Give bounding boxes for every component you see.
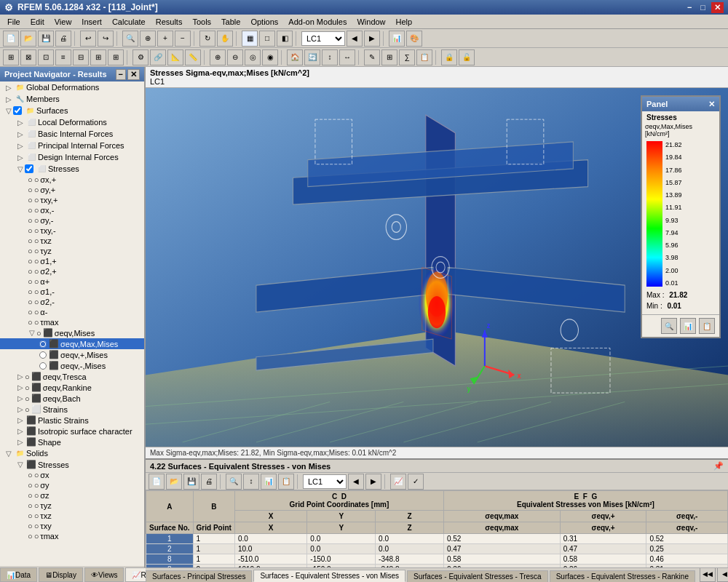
toggle-members[interactable]: ▷ [4,95,13,103]
minimize-button[interactable]: − [684,2,695,13]
menu-item-insert[interactable]: Insert [77,16,106,28]
tree-item-principal-forces[interactable]: ▷ ⬜ Principal Internal Forces [0,140,144,151]
tree-stress-sx-minus[interactable]: ○○σx,- [0,205,144,215]
radio-eqv-max-mises[interactable] [39,340,47,348]
results-chart-btn[interactable]: 📊 [261,474,277,490]
radio-eqv-plus-mises[interactable] [39,351,47,359]
results-open-btn[interactable]: 📂 [166,474,182,490]
tree-solid-txy[interactable]: ○○τxy [0,521,144,531]
t2-btn22[interactable]: ∑ [399,49,415,65]
t2-btn5[interactable]: ⊟ [73,49,89,65]
toggle-principal-forces[interactable]: ▷ [16,141,25,150]
toggle-surfaces[interactable]: ▽ [4,106,13,115]
redo-button[interactable]: ↪ [98,31,114,47]
nav-tab-data[interactable]: 📊 Data [0,567,37,582]
results-prev-btn[interactable]: ◀ [348,474,364,490]
tree-stress-s2-minus[interactable]: ○○σ2,- [0,297,144,307]
nav-tab-views[interactable]: 👁 Views [84,567,124,582]
radio-eqv-minus-mises[interactable] [39,362,47,370]
tree-solid-tmax[interactable]: ○○τmax [0,531,144,541]
results-tab-tresca[interactable]: Surfaces - Equivalent Stresses - Tresca [407,570,548,582]
tree-stress-txz[interactable]: ○○τxz [0,236,144,246]
t2-btn17[interactable]: 🔄 [304,49,320,65]
view-btn2[interactable]: ◧ [277,31,293,47]
rotate-btn[interactable]: ↻ [199,31,215,47]
save-button[interactable]: 💾 [38,31,54,47]
result-plot-btn[interactable]: 📊 [389,31,405,47]
t2-btn1[interactable]: ⊞ [3,49,19,65]
tree-plastic-strains[interactable]: ▷ ⬛ Plastic Strains [0,415,144,426]
menu-item-table[interactable]: Table [217,16,245,28]
tree-item-members[interactable]: ▷ 🔧 Members [0,93,144,105]
tree-shape[interactable]: ▷ ⬛ Shape [0,436,144,447]
t2-btn2[interactable]: ⊠ [20,49,36,65]
toggle-eqv-mises[interactable]: ▽ [28,329,36,338]
t2-btn19[interactable]: ↔ [339,49,355,65]
view-btn1[interactable]: □ [259,31,275,47]
tree-stress-sx-plus[interactable]: ○○σx,+ [0,175,144,185]
zoom-out-btn[interactable]: − [175,31,191,47]
viewport-canvas[interactable]: x y z Panel ✕ Stresses σeqv,Max,Mises [k… [146,88,728,447]
new-button[interactable]: 📄 [3,31,19,47]
stress-radio-sx-plus[interactable]: ○ [34,175,39,184]
results-save-btn[interactable]: 💾 [183,474,199,490]
t2-btn10[interactable]: 📐 [167,49,183,65]
t2-btn20[interactable]: ✎ [364,49,380,65]
stresses-checkbox[interactable] [25,164,33,173]
print-button[interactable]: 🖨 [55,31,71,47]
prev-lc-btn[interactable]: ◀ [347,31,363,47]
menu-item-help[interactable]: Help [392,16,417,28]
toggle-design-forces[interactable]: ▷ [16,153,25,162]
menu-item-file[interactable]: File [3,16,25,28]
tab-scroll-first[interactable]: ◀◀ [700,567,716,582]
open-button[interactable]: 📂 [20,31,36,47]
tree-solid-txz[interactable]: ○○τxz [0,511,144,521]
tree-item-basic-forces[interactable]: ▷ ⬜ Basic Internal Forces [0,128,144,140]
tree-stress-s2-plus[interactable]: ○○σ2,+ [0,266,144,276]
tree-stress-sy-plus[interactable]: ○○σy,+ [0,185,144,195]
color-tool-zoom[interactable]: 🔍 [661,318,677,334]
color-tool-chart[interactable]: 📊 [680,318,696,334]
tree-solids-stresses[interactable]: ▽ ⬛ Stresses [0,459,144,470]
tree-stress-s1-plus[interactable]: ○○σ1,+ [0,256,144,266]
close-button[interactable]: ✕ [711,2,724,13]
nav-close-button[interactable]: ✕ [127,69,140,80]
menu-item-view[interactable]: View [50,16,76,28]
zoom-in-btn[interactable]: + [157,31,173,47]
tree-stress-eqv-minus-mises[interactable]: ⬛ σeqv,-,Mises [0,360,144,371]
zoom-all-btn[interactable]: ⊕ [140,31,156,47]
pan-btn[interactable]: ✋ [217,31,233,47]
results-lc-combo[interactable]: LC1 [303,474,347,489]
color-tool-export[interactable]: 📋 [699,318,715,334]
menu-item-calculate[interactable]: Calculate [108,16,150,28]
t2-btn21[interactable]: ⊞ [381,49,397,65]
tree-solids[interactable]: ▽ 📁 Solids [0,447,144,459]
tree-stress-tresca[interactable]: ▷ ○ ⬛ σeqv,Tresca [0,371,144,382]
t2-btn13[interactable]: ⊖ [227,49,243,65]
t2-btn6[interactable]: ⊞ [90,49,106,65]
zoom-window-btn[interactable]: 🔍 [122,31,138,47]
t2-btn4[interactable]: ≡ [55,49,71,65]
tree-stress-eqv-plus-mises[interactable]: ⬛ σeqv,+,Mises [0,349,144,360]
results-pin-icon[interactable]: 📌 [713,461,724,471]
tree-stress-tyz[interactable]: ○○τyz [0,246,144,256]
menu-item-addons[interactable]: Add-on Modules [284,16,351,28]
results-sort-btn[interactable]: ↕ [243,474,259,490]
tree-stress-eqv-max-mises[interactable]: ⬛ σeqv,Max,Mises [0,338,144,349]
t2-btn15[interactable]: ◉ [262,49,278,65]
toggle-stresses[interactable]: ▽ [16,164,25,173]
tree-solid-tyz[interactable]: ○○τyz [0,501,144,511]
tree-item-stresses[interactable]: ▽ ⬜ Stresses [0,163,144,175]
t2-btn11[interactable]: 📏 [185,49,201,65]
t2-btn18[interactable]: ↕ [322,49,338,65]
nav-pin-button[interactable]: − [116,69,126,80]
tree-stress-eqv-mises[interactable]: ▽ ○ ⬛ σeqv,Mises [0,327,144,338]
tree-strains[interactable]: ▷ ○ ⬜ Strains [0,404,144,415]
tree-stress-bach[interactable]: ▷ ○ ⬛ σeqv,Bach [0,393,144,404]
tree-stress-txy-minus[interactable]: ○○τxy,- [0,226,144,236]
menu-item-options[interactable]: Options [246,16,282,28]
tree-stress-s1-minus[interactable]: ○○σ1,- [0,287,144,297]
color-panel-close[interactable]: ✕ [708,100,715,109]
tree-stress-a-plus[interactable]: ○○α+ [0,276,144,287]
t2-btn12[interactable]: ⊕ [210,49,226,65]
